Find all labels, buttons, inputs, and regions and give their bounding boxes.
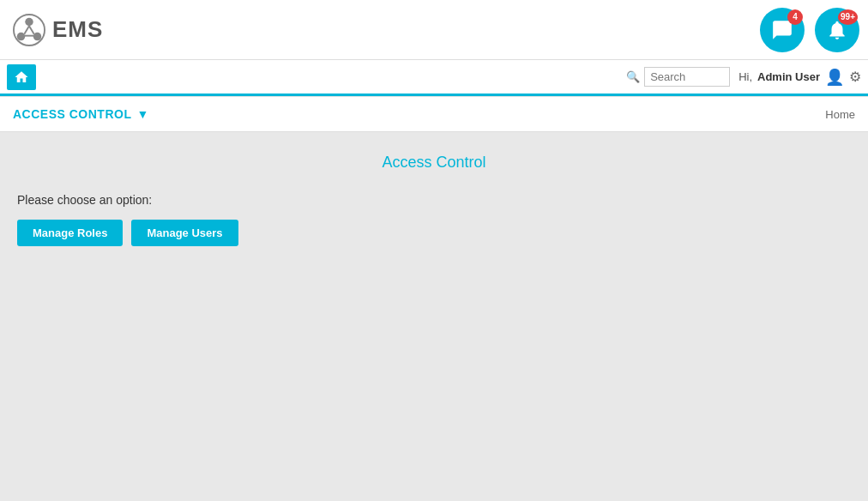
nav-left: ACCESS CONTROL ▼ [13,107,148,121]
main-content: Access Control Please choose an option: … [0,132,868,475]
nav-title[interactable]: ACCESS CONTROL [13,107,131,121]
second-row: 🔍 Hi, Admin User 👤 ⚙ [7,64,861,90]
messages-badge: 4 [787,9,803,25]
settings-gear-icon[interactable]: ⚙ [849,69,861,85]
svg-point-1 [25,17,33,26]
greeting-text: Hi, [738,70,752,83]
notifications-button[interactable]: 99+ [815,8,859,52]
breadcrumb-home-link[interactable]: Home [825,108,855,121]
home-icon [14,69,29,85]
app-logo-text: EMS [52,16,103,43]
top-header: EMS 4 99+ [0,0,868,60]
header-right: 4 99+ [760,8,859,52]
user-avatar-icon: 👤 [825,68,844,87]
search-area: 🔍 [626,67,730,87]
manage-users-button[interactable]: Manage Users [131,220,238,246]
nav-dropdown-arrow-icon[interactable]: ▼ [136,107,148,121]
choose-option-text: Please choose an option: [17,193,851,207]
svg-line-5 [29,26,34,34]
page-title: Access Control [17,154,851,172]
svg-line-4 [24,26,29,34]
notifications-badge: 99+ [838,9,858,25]
manage-roles-button[interactable]: Manage Roles [17,220,123,246]
home-button[interactable] [7,64,36,90]
user-name: Admin User [757,70,820,83]
user-info: Hi, Admin User 👤 ⚙ [738,68,861,87]
nav-bar: ACCESS CONTROL ▼ Home [0,96,868,132]
ems-logo-icon [13,14,45,46]
action-buttons-row: Manage Roles Manage Users [17,220,851,246]
search-input[interactable] [644,67,730,87]
second-toolbar: 🔍 Hi, Admin User 👤 ⚙ [0,60,868,96]
messages-button[interactable]: 4 [760,8,805,52]
search-magnifier-icon: 🔍 [626,70,640,83]
logo-area: EMS [13,14,103,46]
